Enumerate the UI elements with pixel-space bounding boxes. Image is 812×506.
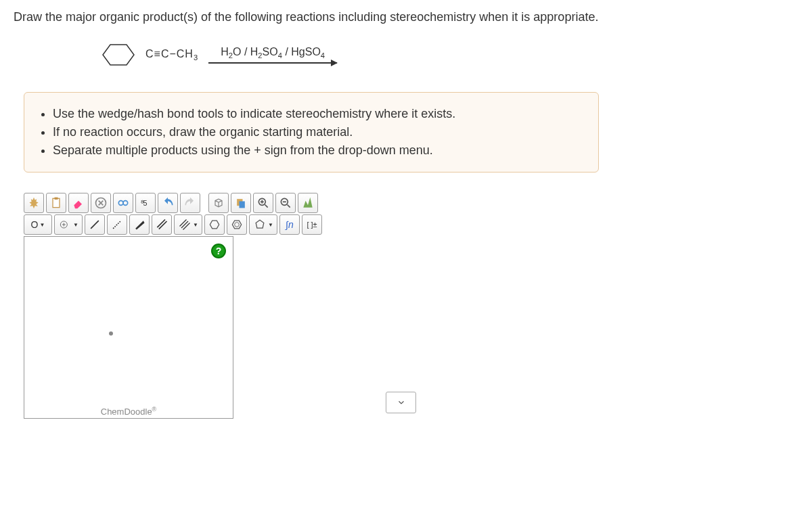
charge-picker[interactable]: ▼ xyxy=(54,214,83,235)
svg-line-13 xyxy=(113,221,121,229)
formula-tool[interactable]: ∫n xyxy=(279,214,300,235)
svg-point-5 xyxy=(123,201,128,206)
benzene-tool[interactable] xyxy=(227,214,247,235)
single-bond-tool[interactable] xyxy=(85,214,105,235)
svg-line-17 xyxy=(181,221,188,228)
pan-tool[interactable] xyxy=(24,193,44,213)
svg-text:⁸5: ⁸5 xyxy=(141,199,148,207)
help-button[interactable]: ? xyxy=(211,244,226,258)
double-bond-tool[interactable] xyxy=(152,214,172,235)
svg-point-21 xyxy=(235,223,240,227)
alkyne-substituent: C≡C−CH3 xyxy=(145,48,198,62)
instructions-panel: Use the wedge/hash bond tools to indicat… xyxy=(24,92,599,172)
instruction-item: If no reaction occurs, draw the organic … xyxy=(53,123,583,141)
redo-button[interactable] xyxy=(180,193,200,213)
reaction-scheme: C≡C−CH3 H2O / H2SO4 / HgSO4 xyxy=(102,38,798,72)
chemdoodle-brand: ChemDoodle® xyxy=(101,406,157,417)
cyclohexane-tool[interactable] xyxy=(204,214,225,235)
bracket-charge-tool[interactable]: [ ]± xyxy=(302,214,322,235)
svg-marker-20 xyxy=(232,221,241,229)
settings-button[interactable] xyxy=(298,193,318,213)
svg-marker-0 xyxy=(103,45,134,65)
canvas-start-dot xyxy=(109,331,113,336)
product-operator-select[interactable] xyxy=(386,392,416,413)
eraser-tool[interactable] xyxy=(68,193,89,213)
atom-picker[interactable]: O▼ xyxy=(24,214,52,235)
clear-tool[interactable] xyxy=(91,193,111,213)
view-tool[interactable] xyxy=(113,193,133,213)
toolbar-row-2: O▼ ▼ ▼ ▼ ∫n [ ]± xyxy=(24,214,457,235)
zoom-out-button[interactable] xyxy=(275,193,296,213)
template-tool[interactable]: ⁸5 xyxy=(135,193,156,213)
wedge-bond-tool[interactable] xyxy=(129,214,150,235)
svg-marker-22 xyxy=(256,220,264,228)
drawing-canvas[interactable]: ? ChemDoodle® xyxy=(24,236,233,419)
chevron-down-icon xyxy=(397,398,406,407)
paste-tool[interactable] xyxy=(46,193,66,213)
ring-picker[interactable]: ▼ xyxy=(249,214,277,235)
reagents-label: H2O / H2SO4 / HgSO4 xyxy=(221,46,325,60)
triple-bond-tool[interactable]: ▼ xyxy=(174,214,202,235)
svg-rect-8 xyxy=(240,202,245,208)
copy-tool[interactable] xyxy=(231,193,251,213)
undo-button[interactable] xyxy=(158,193,178,213)
structure-editor: ⁸5 O▼ ▼ ▼ ▼ ∫n [ ]± ? ChemDoodle® xyxy=(24,193,457,419)
cube-tool[interactable] xyxy=(208,193,229,213)
svg-rect-2 xyxy=(55,198,58,200)
zoom-in-button[interactable] xyxy=(253,193,273,213)
svg-point-4 xyxy=(118,201,123,206)
recessed-bond-tool[interactable] xyxy=(107,214,127,235)
svg-marker-19 xyxy=(210,221,219,229)
cyclohexane-ring xyxy=(102,38,135,72)
reaction-arrow xyxy=(208,62,337,64)
svg-line-18 xyxy=(183,223,190,230)
instruction-item: Separate multiple products using the + s… xyxy=(53,141,583,160)
question-text: Draw the major organic product(s) of the… xyxy=(14,10,798,24)
instruction-item: Use the wedge/hash bond tools to indicat… xyxy=(53,105,583,123)
svg-line-16 xyxy=(180,220,187,227)
toolbar-row-1: ⁸5 xyxy=(24,193,457,213)
svg-line-12 xyxy=(91,221,99,229)
svg-rect-1 xyxy=(53,198,60,207)
